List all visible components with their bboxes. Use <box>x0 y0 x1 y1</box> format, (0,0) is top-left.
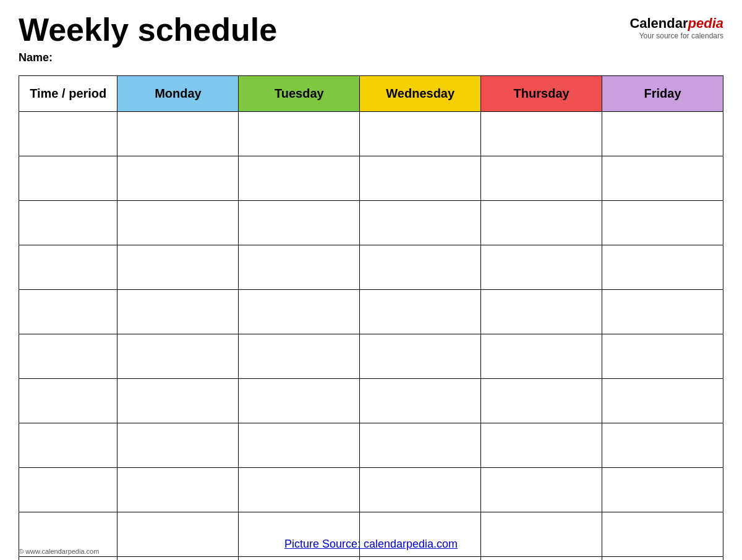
table-cell[interactable] <box>481 379 602 423</box>
table-row <box>19 379 723 423</box>
title-area: Weekly schedule Name: <box>19 12 277 64</box>
table-cell[interactable] <box>117 245 239 290</box>
col-header-thursday: Thursday <box>481 76 602 112</box>
table-row <box>19 468 723 512</box>
table-cell[interactable] <box>117 334 239 379</box>
table-row <box>19 156 723 201</box>
table-cell[interactable] <box>602 245 723 290</box>
table-cell[interactable] <box>481 468 602 512</box>
table-cell[interactable] <box>239 201 360 245</box>
table-cell[interactable] <box>117 112 239 156</box>
table-row <box>19 334 723 379</box>
table-cell[interactable] <box>19 334 117 379</box>
table-cell[interactable] <box>239 468 360 512</box>
table-cell[interactable] <box>481 290 602 334</box>
table-row <box>19 423 723 468</box>
table-cell[interactable] <box>19 423 117 468</box>
table-cell[interactable] <box>360 557 481 560</box>
table-cell[interactable] <box>19 290 117 334</box>
table-cell[interactable] <box>360 334 481 379</box>
table-row <box>19 201 723 245</box>
table-cell[interactable] <box>481 512 602 557</box>
table-cell[interactable] <box>239 245 360 290</box>
logo-area: Calendarpedia Your source for calendars <box>629 12 723 40</box>
table-cell[interactable] <box>360 379 481 423</box>
table-row <box>19 290 723 334</box>
table-cell[interactable] <box>19 245 117 290</box>
col-header-wednesday: Wednesday <box>360 76 481 112</box>
table-cell[interactable] <box>239 379 360 423</box>
table-cell[interactable] <box>602 379 723 423</box>
table-cell[interactable] <box>360 290 481 334</box>
table-cell[interactable] <box>481 423 602 468</box>
table-cell[interactable] <box>602 512 723 557</box>
table-cell[interactable] <box>117 201 239 245</box>
table-cell[interactable] <box>602 557 723 560</box>
table-cell[interactable] <box>239 423 360 468</box>
table-cell[interactable] <box>481 557 602 560</box>
table-cell[interactable] <box>360 112 481 156</box>
logo-text: Calendarpedia <box>629 15 723 32</box>
table-cell[interactable] <box>19 468 117 512</box>
name-label: Name: <box>19 51 277 64</box>
table-cell[interactable] <box>117 379 239 423</box>
table-cell[interactable] <box>117 557 239 560</box>
table-cell[interactable] <box>360 423 481 468</box>
table-cell[interactable] <box>481 156 602 201</box>
table-cell[interactable] <box>360 245 481 290</box>
table-cell[interactable] <box>481 245 602 290</box>
header-section: Weekly schedule Name: Calendarpedia Your… <box>19 12 723 64</box>
table-cell[interactable] <box>239 334 360 379</box>
table-cell[interactable] <box>602 468 723 512</box>
page-title: Weekly schedule <box>19 12 277 48</box>
col-header-monday: Monday <box>117 76 239 112</box>
table-cell[interactable] <box>19 156 117 201</box>
table-cell[interactable] <box>481 112 602 156</box>
table-cell[interactable] <box>360 201 481 245</box>
logo-calendar: Calendar <box>629 15 688 31</box>
table-cell[interactable] <box>602 112 723 156</box>
table-cell[interactable] <box>239 156 360 201</box>
table-cell[interactable] <box>239 290 360 334</box>
col-header-friday: Friday <box>602 76 723 112</box>
table-cell[interactable] <box>360 468 481 512</box>
table-cell[interactable] <box>481 334 602 379</box>
table-row <box>19 112 723 156</box>
table-cell[interactable] <box>19 379 117 423</box>
schedule-body <box>19 112 723 560</box>
table-cell[interactable] <box>602 201 723 245</box>
header-row: Time / period Monday Tuesday Wednesday T… <box>19 76 723 112</box>
logo-tagline: Your source for calendars <box>639 32 723 40</box>
picture-source: Picture Source: calendarpedia.com <box>284 538 458 551</box>
table-cell[interactable] <box>239 557 360 560</box>
table-cell[interactable] <box>481 201 602 245</box>
table-cell[interactable] <box>602 290 723 334</box>
col-header-time: Time / period <box>19 76 117 112</box>
table-row <box>19 557 723 560</box>
schedule-table: Time / period Monday Tuesday Wednesday T… <box>19 75 723 560</box>
table-cell[interactable] <box>117 468 239 512</box>
table-cell[interactable] <box>19 112 117 156</box>
table-cell[interactable] <box>117 423 239 468</box>
table-row <box>19 245 723 290</box>
table-cell[interactable] <box>117 512 239 557</box>
table-cell[interactable] <box>117 290 239 334</box>
table-cell[interactable] <box>360 156 481 201</box>
table-cell[interactable] <box>602 156 723 201</box>
table-cell[interactable] <box>239 112 360 156</box>
table-cell[interactable] <box>19 557 117 560</box>
col-header-tuesday: Tuesday <box>239 76 360 112</box>
table-cell[interactable] <box>602 423 723 468</box>
table-cell[interactable] <box>602 334 723 379</box>
logo-pedia: pedia <box>688 15 723 31</box>
page-container: Weekly schedule Name: Calendarpedia Your… <box>0 0 742 560</box>
table-cell[interactable] <box>117 156 239 201</box>
copyright: © www.calendarpedia.com <box>19 548 99 555</box>
table-cell[interactable] <box>19 201 117 245</box>
